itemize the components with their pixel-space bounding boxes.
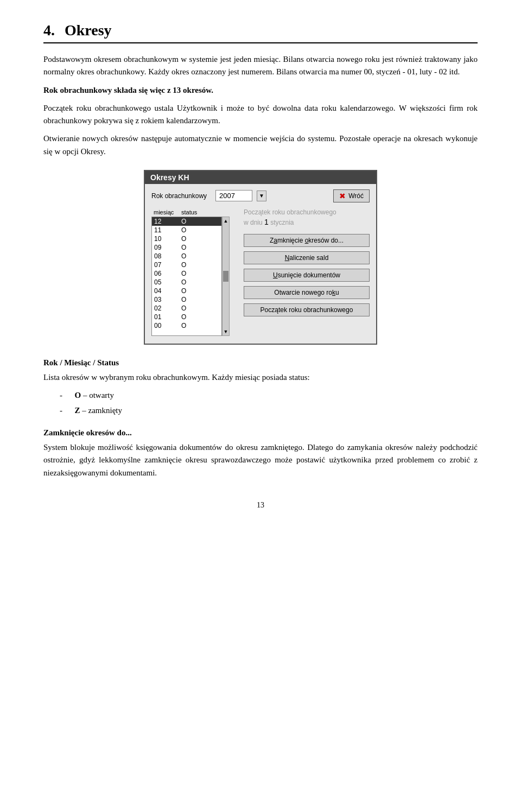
list-row[interactable]: 10O — [152, 234, 221, 243]
list-row[interactable]: 04O — [152, 287, 221, 295]
section3-text1: System blokuje możliwość księgowania dok… — [43, 441, 478, 479]
scroll-down-icon[interactable]: ▼ — [224, 329, 228, 334]
scroll-thumb — [223, 271, 228, 282]
list-cell-miesiac: 08 — [154, 252, 181, 260]
status-z-letter: Z — [75, 406, 80, 415]
page-number: 13 — [257, 501, 264, 509]
info-line1: Początek roku obrachunkowego — [244, 208, 336, 216]
list-row[interactable]: 03O — [152, 295, 221, 304]
dialog-wrapper: Okresy KH Rok obrachunkowy ▼ ✖ Wróć mies… — [43, 170, 478, 345]
btn-otwarcie-label: Otwarcie nowego roku — [274, 289, 339, 296]
info-day: 1 — [264, 218, 269, 226]
list-cell-miesiac: 07 — [154, 261, 181, 269]
wróć-icon: ✖ — [339, 192, 346, 200]
paragraph-1: Podstawowym okresem obrachunkowym w syst… — [43, 53, 478, 79]
list-cell-status: O — [181, 235, 208, 243]
wróć-button[interactable]: ✖ Wróć — [333, 189, 370, 202]
list-cell-miesiac: 00 — [154, 322, 181, 329]
dialog-box: Okresy KH Rok obrachunkowy ▼ ✖ Wróć mies… — [144, 170, 377, 345]
section2-text1: Lista okresów w wybranym roku obrachunko… — [43, 371, 478, 384]
list-cell-miesiac: 05 — [154, 278, 181, 286]
list-cell-status: O — [181, 313, 208, 321]
list-row[interactable]: 08O — [152, 252, 221, 261]
list-row[interactable]: 05O — [152, 278, 221, 287]
list-cell-status: O — [181, 226, 208, 234]
list-cell-miesiac: 06 — [154, 270, 181, 277]
btn-zamkniecie-label: Zamknięcie okresów do... — [270, 237, 344, 244]
year-input[interactable] — [215, 190, 252, 201]
list-cell-miesiac: 09 — [154, 244, 181, 251]
chapter-number: 4. — [43, 22, 55, 39]
list-cell-miesiac: 02 — [154, 304, 181, 312]
list-cell-status: O — [181, 252, 208, 260]
list-cell-status: O — [181, 322, 208, 329]
paragraph-3: Początek roku obrachunkowego ustala Użyt… — [43, 102, 478, 128]
dialog-right-panel: Początek roku obrachunkowego w dniu 1 st… — [244, 208, 370, 336]
status-item-o: - O – otwarty — [60, 389, 478, 402]
scroll-up-icon[interactable]: ▲ — [224, 218, 228, 224]
list-cell-status: O — [181, 278, 208, 286]
btn-usuniecie-label: Usunięcie dokumentów — [273, 271, 340, 279]
col-headers: miesiąc status — [151, 208, 238, 217]
btn-poczatek-label: Początek roku obrachunkowego — [260, 306, 353, 314]
btn-otwarcie[interactable]: Otwarcie nowego roku — [244, 286, 370, 299]
list-row[interactable]: 09O — [152, 243, 221, 252]
paragraph-2: Rok obrachunkowy składa się więc z 13 ok… — [43, 84, 478, 97]
section2-heading: Rok / Miesiąc / Status — [43, 357, 478, 369]
dialog-columns: miesiąc status 12O11O10O09O08O07O06O05O0… — [151, 208, 370, 336]
list-row[interactable]: 01O — [152, 313, 221, 321]
dialog-title: Okresy KH — [150, 173, 189, 182]
status-o-letter: O — [75, 391, 81, 399]
list-cell-status: O — [181, 270, 208, 277]
list-cell-miesiac: 01 — [154, 313, 181, 321]
list-row[interactable]: 11O — [152, 226, 221, 234]
list-row[interactable]: 06O — [152, 269, 221, 278]
list-cell-status: O — [181, 244, 208, 251]
status-item-z: - Z – zamknięty — [60, 404, 478, 417]
dialog-top-row: Rok obrachunkowy ▼ ✖ Wróć — [151, 189, 370, 202]
list-cell-status: O — [181, 218, 208, 225]
btn-usuniecie[interactable]: Usunięcie dokumentów — [244, 269, 370, 282]
paragraph-4: Otwieranie nowych okresów następuje auto… — [43, 132, 478, 158]
dialog-left-panel: miesiąc status 12O11O10O09O08O07O06O05O0… — [151, 208, 238, 336]
list-cell-miesiac: 10 — [154, 235, 181, 243]
list-cell-miesiac: 04 — [154, 287, 181, 295]
btn-zamkniecie[interactable]: Zamknięcie okresów do... — [244, 234, 370, 247]
list-cell-status: O — [181, 304, 208, 312]
status-z-text: – zamknięty — [82, 406, 122, 415]
list-cell-miesiac: 11 — [154, 226, 181, 234]
list-cell-miesiac: 12 — [154, 218, 181, 225]
list-cell-miesiac: 03 — [154, 296, 181, 303]
list-scrollbar[interactable]: ▲ ▼ — [222, 217, 230, 336]
period-list[interactable]: 12O11O10O09O08O07O06O05O04O03O02O01O00O — [151, 217, 222, 336]
list-row[interactable]: 00O — [152, 321, 221, 330]
year-dropdown-arrow[interactable]: ▼ — [257, 191, 266, 201]
dialog-titlebar: Okresy KH — [145, 171, 376, 184]
info-line2: w dniu — [244, 219, 263, 226]
chapter-title: 4.Okresy — [43, 22, 478, 43]
btn-naliczenie[interactable]: Naliczenie sald — [244, 251, 370, 264]
list-container: 12O11O10O09O08O07O06O05O04O03O02O01O00O … — [151, 217, 238, 336]
info-text: Początek roku obrachunkowego w dniu 1 st… — [244, 208, 370, 227]
col-header-status: status — [181, 209, 211, 215]
section3-heading: Zamknięcie okresów do... — [43, 427, 478, 439]
btn-naliczenie-label: Naliczenie sald — [285, 254, 329, 262]
status-o-text: – otwarty — [83, 391, 114, 399]
col-header-miesiac: miesiąc — [151, 209, 181, 215]
list-cell-status: O — [181, 287, 208, 295]
paragraph-2-bold: Rok obrachunkowy składa się więc z 13 ok… — [43, 86, 213, 94]
list-cell-status: O — [181, 296, 208, 303]
info-month: stycznia — [270, 219, 294, 226]
rok-label: Rok obrachunkowy — [151, 192, 211, 200]
list-row[interactable]: 12O — [152, 217, 221, 226]
page-footer: 13 — [43, 501, 478, 510]
wróć-label: Wróć — [348, 192, 364, 200]
list-row[interactable]: 02O — [152, 304, 221, 313]
btn-poczatek[interactable]: Początek roku obrachunkowego — [244, 303, 370, 316]
list-row[interactable]: 07O — [152, 261, 221, 269]
list-cell-status: O — [181, 261, 208, 269]
